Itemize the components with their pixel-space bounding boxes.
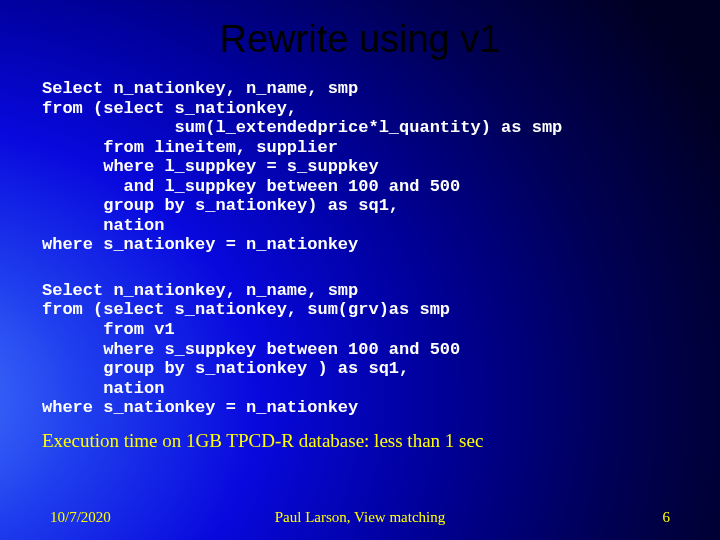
footer-author: Paul Larson, View matching xyxy=(275,509,445,526)
footer-date: 10/7/2020 xyxy=(50,509,111,526)
execution-note: Execution time on 1GB TPCD-R database: l… xyxy=(0,430,720,452)
code-block-rewritten: Select n_nationkey, n_name, smp from (se… xyxy=(0,281,720,418)
slide-footer: 10/7/2020 Paul Larson, View matching 6 xyxy=(0,509,720,526)
slide: Rewrite using v1 Select n_nationkey, n_n… xyxy=(0,0,720,540)
code-block-original: Select n_nationkey, n_name, smp from (se… xyxy=(0,79,720,255)
footer-page-number: 6 xyxy=(663,509,671,526)
slide-title: Rewrite using v1 xyxy=(0,0,720,73)
